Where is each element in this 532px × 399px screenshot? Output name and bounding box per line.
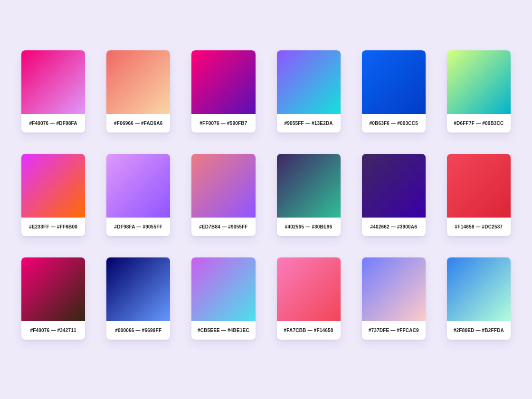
gradient-label: #E233FF — #FF6B00 [21, 218, 85, 236]
gradient-label: #DF98FA — #9055FF [106, 218, 170, 236]
gradient-label: #CB5EEE — #4BE1EC [191, 321, 255, 340]
gradient-grid: #F40076 — #DF98FA#F06966 — #FAD6A6#FF007… [21, 50, 511, 340]
gradient-card[interactable]: #FA7CBB — #F14658 [277, 257, 341, 340]
gradient-card[interactable]: #402662 — #3900A6 [362, 154, 426, 236]
gradient-swatch [191, 257, 255, 321]
gradient-card[interactable]: #ED7B84 — #9055FF [191, 154, 255, 236]
gradient-label: #402662 — #3900A6 [362, 218, 426, 236]
gradient-card[interactable]: #F14658 — #DC2537 [447, 154, 511, 236]
gradient-label: #9055FF — #13E2DA [277, 114, 341, 133]
gradient-card[interactable]: #F06966 — #FAD6A6 [106, 50, 170, 133]
gradient-label: #F14658 — #DC2537 [447, 218, 511, 236]
gradient-card[interactable]: #9055FF — #13E2DA [277, 50, 341, 133]
gradient-swatch [106, 154, 170, 218]
gradient-card[interactable]: #402565 — #30BE96 [277, 154, 341, 236]
gradient-card[interactable]: #0B63F6 — #003CC5 [362, 50, 426, 133]
gradient-swatch [277, 257, 341, 321]
gradient-swatch [447, 257, 511, 321]
gradient-label: #FA7CBB — #F14658 [277, 321, 341, 340]
gradient-card[interactable]: #2F80ED — #B2FFDA [447, 257, 511, 340]
gradient-label: #000066 — #6699FF [106, 321, 170, 340]
gradient-label: #F06966 — #FAD6A6 [106, 114, 170, 133]
gradient-card[interactable]: #F40076 — #342711 [21, 257, 85, 340]
gradient-label: #0B63F6 — #003CC5 [362, 114, 426, 133]
gradient-swatch [191, 154, 255, 218]
gradient-swatch [21, 257, 85, 321]
gradient-card[interactable]: #DF98FA — #9055FF [106, 154, 170, 236]
gradient-card[interactable]: #F40076 — #DF98FA [21, 50, 85, 133]
gradient-swatch [362, 50, 426, 114]
gradient-swatch [362, 154, 426, 218]
gradient-swatch [362, 257, 426, 321]
gradient-card[interactable]: #E233FF — #FF6B00 [21, 154, 85, 236]
gradient-label: #F40076 — #DF98FA [21, 114, 85, 133]
gradient-label: #F40076 — #342711 [21, 321, 85, 340]
gradient-label: #ED7B84 — #9055FF [191, 218, 255, 236]
gradient-label: #D6FF7F — #00B3CC [447, 114, 511, 133]
gradient-card[interactable]: #D6FF7F — #00B3CC [447, 50, 511, 133]
gradient-label: #2F80ED — #B2FFDA [447, 321, 511, 340]
gradient-card[interactable]: #000066 — #6699FF [106, 257, 170, 340]
gradient-card[interactable]: #CB5EEE — #4BE1EC [191, 257, 255, 340]
gradient-label: #402565 — #30BE96 [277, 218, 341, 236]
gradient-label: #737DFE — #FFCAC9 [362, 321, 426, 340]
gradient-card[interactable]: #FF0076 — #590FB7 [191, 50, 255, 133]
gradient-swatch [191, 50, 255, 114]
gradient-swatch [277, 50, 341, 114]
gradient-swatch [106, 50, 170, 114]
gradient-swatch [106, 257, 170, 321]
gradient-swatch [21, 154, 85, 218]
gradient-swatch [21, 50, 85, 114]
gradient-label: #FF0076 — #590FB7 [191, 114, 255, 133]
gradient-swatch [447, 50, 511, 114]
gradient-card[interactable]: #737DFE — #FFCAC9 [362, 257, 426, 340]
gradient-swatch [277, 154, 341, 218]
gradient-swatch [447, 154, 511, 218]
